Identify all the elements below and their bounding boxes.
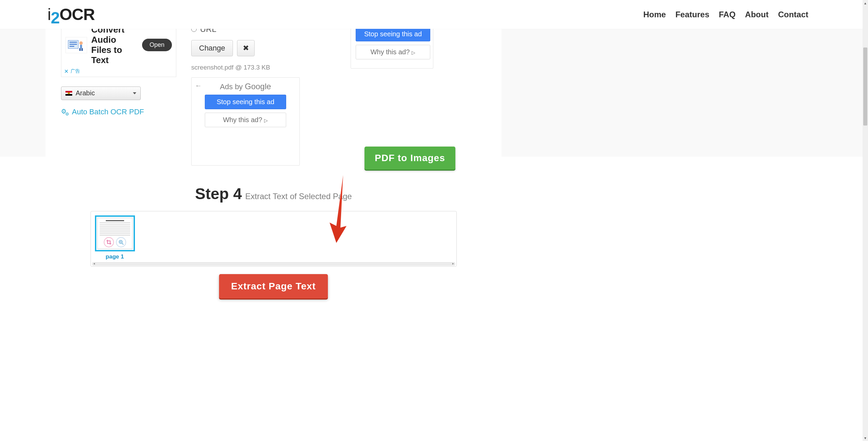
nav-features[interactable]: Features <box>675 10 709 19</box>
svg-rect-3 <box>70 46 74 47</box>
ad-back-icon[interactable]: ← <box>195 82 202 90</box>
close-icon: ✖ <box>243 44 249 52</box>
ads-by-prefix: Ads by <box>220 82 245 91</box>
play-icon: ▷ <box>412 50 415 55</box>
stop-seeing-ad-button[interactable]: Stop seeing this ad <box>205 95 286 109</box>
site-logo[interactable]: i 2 OCR <box>47 5 95 24</box>
clear-file-button[interactable]: ✖ <box>237 40 255 56</box>
page-thumbnail-preview <box>97 218 133 249</box>
google-ad-overlay-main: ← Ads by Google Stop seeing this ad Why … <box>191 77 300 166</box>
thumbnail-tools <box>98 237 132 247</box>
file-buttons: Change ✖ <box>191 40 337 56</box>
why-this-ad-label: Why this ad? <box>371 48 410 56</box>
why-this-ad-button[interactable]: Why this ad?▷ <box>205 113 286 127</box>
scroll-up-icon[interactable]: ▲ <box>863 0 868 6</box>
svg-rect-6 <box>79 48 81 51</box>
top-nav: Home Features FAQ About Contact <box>643 10 808 19</box>
ad-thumbnail <box>65 37 87 53</box>
nav-home[interactable]: Home <box>643 10 666 19</box>
file-info: screenshot.pdf @ 173.3 KB <box>191 64 337 71</box>
step4-section: Step 4 Extract Text of Selected Page <box>45 185 501 299</box>
nav-contact[interactable]: Contact <box>778 10 808 19</box>
page-thumbnail-label: page 1 <box>95 253 135 260</box>
svg-rect-7 <box>81 48 83 51</box>
step4-head: Step 4 Extract Text of Selected Page <box>195 185 352 203</box>
page-thumbnails-panel: page 1 <box>91 211 457 267</box>
page-thumbnail[interactable] <box>95 215 135 251</box>
zoom-icon[interactable] <box>116 237 126 247</box>
logo-prefix: i <box>47 5 51 24</box>
google-wordmark: Google <box>245 82 271 91</box>
nav-faq[interactable]: FAQ <box>719 10 735 19</box>
svg-point-4 <box>79 41 83 45</box>
sponsored-ad-card: Convert Audio Files to Text Open ✕ 广告 <box>61 21 176 77</box>
flag-icon <box>65 91 72 96</box>
language-select[interactable]: Arabic <box>61 87 141 100</box>
nav-about[interactable]: About <box>745 10 768 19</box>
scroll-down-icon[interactable]: ▼ <box>863 435 868 441</box>
svg-point-11 <box>67 114 67 114</box>
logo-suffix: OCR <box>59 5 95 24</box>
logo-accent: 2 <box>51 8 60 27</box>
site-header: i 2 OCR Home Features FAQ About Contact <box>0 0 863 29</box>
svg-rect-2 <box>70 44 77 45</box>
doc-preview-lines <box>100 220 130 237</box>
browser-v-scrollbar[interactable]: ▲ ▼ <box>863 0 868 441</box>
svg-line-13 <box>122 243 123 245</box>
svg-rect-5 <box>80 45 82 48</box>
ad-label: 广告 <box>71 68 80 74</box>
chevron-down-icon <box>133 92 136 94</box>
svg-rect-1 <box>70 42 77 43</box>
change-file-button[interactable]: Change <box>191 40 233 56</box>
step4-num: Step 4 <box>195 185 242 203</box>
ads-by-google-label: Ads by Google <box>196 82 295 91</box>
thumbnails-h-scrollbar[interactable] <box>92 262 455 266</box>
step4-txt: Extract Text of Selected Page <box>245 192 352 201</box>
auto-batch-ocr-link[interactable]: Auto Batch OCR PDF <box>61 108 191 116</box>
gears-icon <box>61 108 69 116</box>
why-this-ad-label: Why this ad? <box>223 116 262 123</box>
logo-accent-wrap: 2 <box>51 5 60 24</box>
play-icon: ▷ <box>264 118 268 123</box>
ad-title: Convert Audio Files to Text <box>91 25 138 65</box>
ad-open-button[interactable]: Open <box>142 39 172 51</box>
auto-batch-label: Auto Batch OCR PDF <box>72 108 144 116</box>
stop-seeing-ad-button[interactable]: Stop seeing this ad <box>356 27 430 41</box>
extract-page-text-button[interactable]: Extract Page Text <box>219 274 328 299</box>
why-this-ad-button[interactable]: Why this ad?▷ <box>356 45 430 59</box>
scroll-thumb[interactable] <box>863 47 867 126</box>
pdf-to-images-button[interactable]: PDF to Images <box>364 147 455 170</box>
page-content: Step 1 Select Language Convert Audio Fil… <box>45 0 501 299</box>
language-value: Arabic <box>76 89 95 97</box>
ad-footer: ✕ 广告 <box>61 68 176 77</box>
svg-point-9 <box>63 111 64 112</box>
ad-close-icon[interactable]: ✕ <box>64 68 68 75</box>
crop-icon[interactable] <box>104 237 114 247</box>
